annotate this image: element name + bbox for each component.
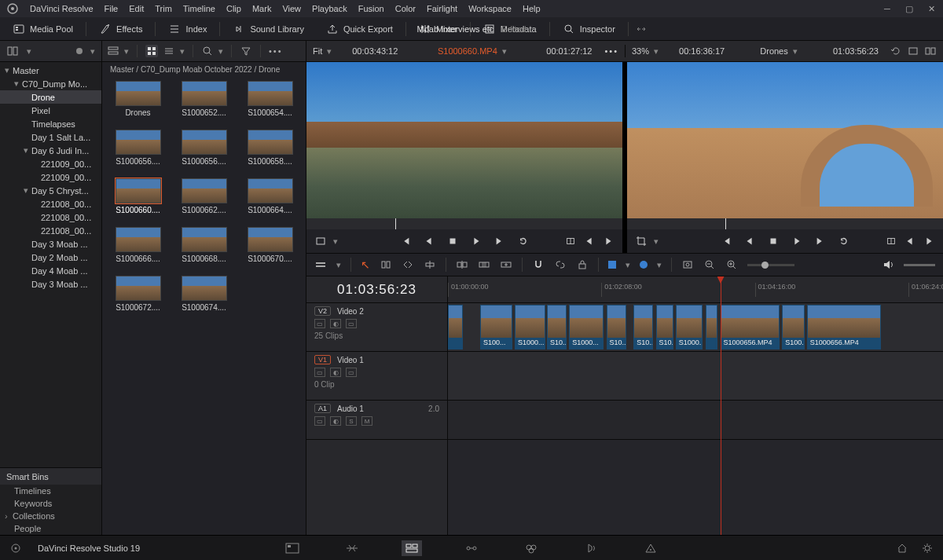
play-button[interactable] [470,235,483,247]
bin-dot-icon[interactable] [76,48,83,54]
bin-row[interactable]: ▾Day 6 Judi In... [0,144,101,157]
media-thumbnail[interactable]: S1000674.... [174,276,235,312]
prev-frame-button[interactable] [743,235,756,247]
menu-trim[interactable]: Trim [155,4,172,13]
program-timeline-name[interactable]: Drones [760,46,787,56]
timeline-clip[interactable]: S1000656.MP4 [721,305,780,350]
bin-row[interactable]: Day 1 Salt La... [0,130,101,144]
mark-in-button[interactable] [583,235,596,247]
menu-workspace[interactable]: Workspace [468,4,512,13]
bin-row[interactable]: Day 3 Moab ... [0,277,101,291]
media-thumbnail[interactable]: Drones [108,81,169,117]
bin-row[interactable]: Timelapses [0,117,101,130]
track-lane-v2[interactable]: S100...S1000...S10...S1000...S10...S10..… [448,303,943,352]
track-lock-icon[interactable]: ▭ [314,319,325,328]
filter-icon[interactable] [240,45,252,57]
program-zoom-dropdown[interactable]: 33% [632,46,649,56]
replace-clip-icon[interactable] [500,258,512,271]
chevron-down-icon[interactable]: ▾ [180,46,185,57]
media-thumbnail[interactable]: S1000670.... [240,227,301,263]
insert-clip-icon[interactable] [456,258,468,271]
more-options-icon[interactable]: ••• [269,46,283,56]
timeline-view-options-icon[interactable] [314,258,327,271]
bin-row[interactable]: Pixel [0,104,101,117]
dual-viewer-icon[interactable] [924,45,937,57]
bin-layout-icon[interactable] [6,45,19,57]
smart-bin-row[interactable]: People [0,522,101,535]
media-thumbnail[interactable]: S1000660.... [108,178,169,214]
inspector-toggle[interactable]: Inspector [556,17,622,40]
track-disable-icon[interactable]: ▭ [346,319,357,328]
source-viewer[interactable]: ▾ [306,62,622,253]
timeline-clip[interactable]: S10... [607,305,626,350]
source-scrubber[interactable] [306,218,622,229]
chevron-down-icon[interactable]: ▾ [657,260,662,270]
first-frame-button[interactable] [720,235,732,247]
fusion-page-button[interactable] [461,540,482,556]
zoom-to-fit-icon[interactable] [681,258,694,271]
timeline-ruler[interactable]: 01:00:00:0001:02:08:0001:04:16:0001:06:2… [448,276,943,303]
marker-icon[interactable] [640,261,648,269]
match-frame-button[interactable] [564,235,577,247]
media-thumbnail[interactable]: S1000662.... [174,178,235,214]
bin-row[interactable]: Day 3 Moab ... [0,237,101,251]
menu-color[interactable]: Color [395,4,416,13]
media-thumbnail[interactable]: S1000664.... [240,178,301,214]
stop-button[interactable] [767,235,780,247]
window-maximize-button[interactable]: ▢ [904,3,915,14]
program-viewer[interactable]: ▾ [627,62,943,253]
timeline-timecode[interactable]: 01:03:56:23 [306,276,447,303]
zoom-full-icon[interactable] [725,258,738,271]
loop-button[interactable] [517,235,530,247]
track-auto-icon[interactable]: ◐ [330,319,341,328]
overwrite-clip-icon[interactable] [478,258,490,271]
first-frame-button[interactable] [399,235,412,247]
link-icon[interactable] [554,258,567,271]
bin-row[interactable]: Day 4 Moab ... [0,264,101,277]
next-frame-button[interactable] [494,235,506,247]
index-toggle[interactable]: Index [162,17,213,40]
media-thumbnail[interactable]: S1000668.... [174,227,235,263]
media-thumbnail[interactable]: S1000656.... [174,130,235,166]
media-thumbnail[interactable]: S1000654.... [240,81,301,117]
program-scrubber[interactable] [627,218,943,229]
media-thumbnail[interactable]: S1000672.... [108,276,169,312]
reset-icon[interactable] [890,45,902,57]
track-lane-v1[interactable] [448,352,943,401]
smart-bin-row[interactable]: ›Collections [0,510,101,522]
bin-row[interactable]: Drone [0,90,101,104]
bin-tree[interactable]: ▾Master▾C70_Dump Mo...DronePixelTimelaps… [0,62,101,467]
window-close-button[interactable]: ✕ [926,3,937,14]
home-icon[interactable] [9,542,22,555]
menu-view[interactable]: View [282,4,301,13]
bin-row[interactable]: 221008_00... [0,224,101,237]
volume-slider[interactable] [904,264,935,266]
mark-out-button[interactable] [602,235,615,247]
mark-in-button[interactable] [904,235,916,247]
chevron-down-icon[interactable]: ▾ [218,46,223,57]
menu-help[interactable]: Help [523,4,541,13]
media-thumbnail[interactable]: S1000656.... [108,130,169,166]
track-header-a1[interactable]: A1Audio 12.0 ▭◐SM [306,401,447,440]
chevron-down-icon[interactable]: ▾ [27,46,31,57]
track-auto-icon[interactable]: ◐ [330,368,341,377]
track-lane-a1[interactable] [448,401,943,440]
timeline-clip[interactable]: S1000... [676,305,703,350]
zoom-slider[interactable] [747,264,794,266]
source-fit-dropdown[interactable]: Fit [313,46,322,56]
chevron-down-icon[interactable]: ▾ [90,46,95,57]
single-viewer-icon[interactable] [907,45,919,57]
bin-row[interactable]: 221008_00... [0,197,101,210]
smart-bin-row[interactable]: Keywords [0,497,101,510]
chevron-down-icon[interactable]: ▾ [124,46,129,57]
lock-icon[interactable] [576,258,589,271]
menu-mark[interactable]: Mark [252,4,271,13]
flag-icon[interactable] [608,261,616,269]
source-options-icon[interactable]: ••• [604,46,618,56]
menu-timeline[interactable]: Timeline [183,4,215,13]
timeline-clip[interactable]: S100... [782,305,804,350]
effects-toggle[interactable]: Effects [93,17,149,40]
bin-list-icon[interactable] [107,45,119,57]
timeline-clip[interactable]: S100... [480,305,512,350]
next-frame-button[interactable] [814,235,827,247]
